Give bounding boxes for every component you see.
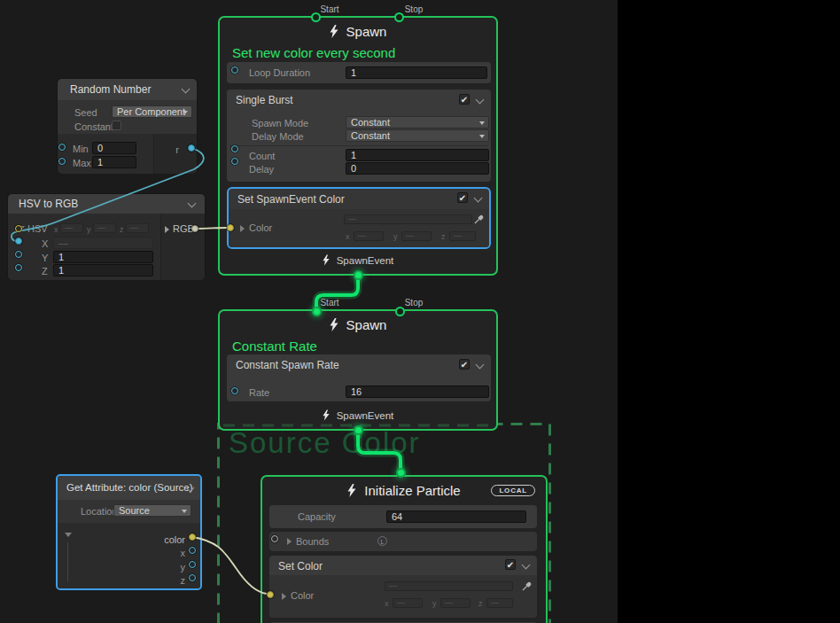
rate-field[interactable]: 16 [346,385,489,398]
delay-mode-dropdown[interactable]: Constant [346,129,489,142]
port-hsv[interactable] [15,225,22,232]
color-swatch-field[interactable]: — [385,581,513,591]
chevron-down-icon[interactable] [476,96,485,105]
delay-label: Delay [249,164,274,175]
seed-label: Seed [74,107,97,118]
constant-spawn-rate-header: Constant Spawn Rate [236,359,339,371]
port-getattr-x-out[interactable] [189,547,196,554]
x-field[interactable]: — [393,598,423,608]
port-set-color[interactable] [267,591,274,598]
color-swatch-field[interactable]: — [344,214,472,224]
node-titlebar[interactable]: Random Number [58,79,197,100]
port-getattr-y-out[interactable] [189,561,196,568]
port-min[interactable] [58,144,66,151]
port-initialize-in[interactable] [396,468,406,478]
port-spawnevent-color[interactable] [227,224,234,231]
port-spawn1-spawnevent-out[interactable] [354,270,363,280]
z-field[interactable]: — [449,231,476,241]
node-titlebar[interactable]: HSV to RGB [8,194,205,214]
block-single-burst[interactable]: Single Burst Spawn Mode Constant Delay M… [227,90,491,182]
port-getattr-color-out[interactable] [189,533,196,541]
capacity-field[interactable]: 64 [386,510,526,523]
y-row-field[interactable]: 1 [53,251,153,263]
hsv-y-field[interactable]: — [93,223,116,233]
port-spawn2-start[interactable] [312,307,322,316]
block-capacity[interactable]: Capacity 64 [269,505,537,528]
max-field[interactable]: 1 [92,156,136,168]
port-loop-duration[interactable] [231,66,238,74]
set-spawnevent-color-enabled-checkbox[interactable] [457,192,468,203]
node-subtitle[interactable]: Constant Rate [232,339,317,354]
node-get-attribute[interactable]: Get Attribute: color (Source) Location S… [56,474,202,590]
lightning-icon [347,484,356,497]
constant-checkbox[interactable] [112,121,121,130]
hsv-z-field[interactable]: — [126,223,149,233]
block-loop-duration[interactable]: Loop Duration 1 [227,62,491,83]
port-hsv-y[interactable] [15,251,22,258]
node-subtitle[interactable]: Set new color every second [232,45,395,60]
y-row-label: Y [42,253,48,263]
block-set-color[interactable]: Set Color Color — x — y — z — [269,556,537,618]
port-hsv-z[interactable] [15,264,22,271]
min-field[interactable]: 0 [92,142,136,154]
output-color-label: color [164,534,185,545]
port-spawn2-stop[interactable] [395,307,405,316]
block-bounds[interactable]: Bounds [269,532,537,551]
chevron-down-icon[interactable] [476,361,485,370]
port-getattr-z-out[interactable] [189,574,196,581]
set-color-enabled-checkbox[interactable] [505,559,516,570]
node-initialize-particle[interactable]: Initialize Particle LOCAL Capacity 64 Bo… [261,475,548,623]
vfx-graph-canvas[interactable]: Source Color Start Stop Spawn Set new co… [0,0,840,623]
seed-dropdown[interactable]: Per Component [112,105,192,118]
output-z-label: z [181,575,186,586]
group-title[interactable]: Source Color [229,426,421,460]
port-delay[interactable] [231,158,238,165]
port-spawn2-spawnevent-out[interactable] [354,425,363,435]
port-hsv-x[interactable] [15,238,22,245]
port-bounds[interactable] [271,535,278,542]
z-row-field[interactable]: 1 [53,264,153,276]
location-dropdown[interactable]: Source [113,504,191,517]
port-max[interactable] [58,158,66,165]
port-rgb-out[interactable] [191,225,198,232]
x-row-field[interactable]: — [53,237,153,249]
expander-icon[interactable] [165,226,169,233]
node-spawn-1[interactable]: Start Stop Spawn Set new color every sec… [218,16,498,276]
node-random-number[interactable]: Random Number Seed Per Component Constan… [57,78,198,174]
eyedropper-icon[interactable] [474,214,485,224]
port-random-r-out[interactable] [188,144,195,152]
loop-duration-field[interactable]: 1 [346,66,487,79]
chevron-down-icon[interactable] [188,199,197,208]
y-field[interactable]: — [440,598,471,608]
y-field[interactable]: — [401,231,432,241]
node-titlebar[interactable]: Get Attribute: color (Source) [58,476,200,500]
side-panel [618,0,840,623]
constant-spawn-rate-enabled-checkbox[interactable] [459,359,470,370]
expander-icon[interactable] [240,225,245,232]
block-constant-spawn-rate[interactable]: Constant Spawn Rate Rate 16 [227,354,491,401]
color-label: Color [291,590,314,601]
z-field[interactable]: — [486,598,513,608]
chevron-down-icon[interactable] [474,194,483,203]
expander-icon[interactable] [287,538,292,545]
single-burst-enabled-checkbox[interactable] [459,94,470,105]
chevron-down-icon[interactable] [522,561,531,570]
hsv-x-field[interactable]: — [60,223,83,233]
node-hsv-to-rgb[interactable]: HSV to RGB HSV x — y — z — X — Y 1 Z 1 R… [7,193,206,279]
spawn-mode-dropdown[interactable]: Constant [346,116,489,128]
eyedropper-icon[interactable] [522,580,533,591]
ports-section: Min 0 Max 1 r [58,134,197,174]
port-spawn1-start[interactable] [311,12,321,22]
expander-icon[interactable] [65,533,72,537]
count-field[interactable]: 1 [346,149,489,161]
expander-icon[interactable] [282,593,286,600]
block-set-spawnevent-color[interactable]: Set SpawnEvent Color Color — x — y — z — [227,187,491,249]
port-count[interactable] [231,145,238,152]
edge-attribute-color-to-set-color[interactable] [192,537,267,594]
port-spawn1-stop[interactable] [394,12,404,22]
node-spawn-2[interactable]: Start Stop Spawn Constant Rate Constant … [218,309,498,431]
port-rate[interactable] [231,387,238,394]
chevron-down-icon[interactable] [182,85,191,94]
delay-field[interactable]: 0 [346,162,489,175]
x-field[interactable]: — [354,231,384,241]
